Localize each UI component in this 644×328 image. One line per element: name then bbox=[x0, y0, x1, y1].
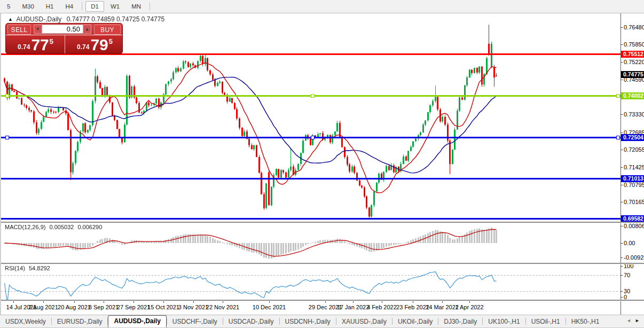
rsi-indicator-canvas[interactable] bbox=[1, 264, 621, 301]
chart-tab-eurusd-daily[interactable]: EURUSD-,Daily bbox=[52, 316, 108, 327]
pane-separator-macd[interactable] bbox=[1, 222, 644, 223]
price-axis-label: 0.75850 bbox=[624, 41, 644, 48]
price-axis-tick bbox=[621, 80, 623, 80]
pane-separator-dates bbox=[1, 300, 644, 301]
tab-scroll-left-icon[interactable]: ◄ bbox=[626, 318, 631, 323]
rsi-axis-tick bbox=[621, 275, 623, 276]
chart-tab-usdx-weekly[interactable]: USDX,Weekly bbox=[0, 316, 51, 327]
line-handle[interactable] bbox=[311, 94, 315, 98]
chart-tab-usdcad-daily[interactable]: USDCAD-,Daily bbox=[223, 316, 279, 327]
date-axis-label: 22 Nov 2021 bbox=[202, 304, 243, 310]
rsi-axis-tick bbox=[621, 297, 623, 298]
price-axis-tick bbox=[621, 185, 623, 185]
macd-name: MACD(12,26,9) bbox=[5, 224, 45, 230]
chart-tab-audusd-daily[interactable]: AUDUSD-,Daily bbox=[108, 315, 166, 327]
line-handle[interactable] bbox=[5, 136, 9, 139]
price-axis-tick bbox=[621, 202, 623, 202]
price-tag-0.72504: 0.72504 bbox=[621, 134, 644, 141]
horizontal-line-0.69582[interactable] bbox=[1, 218, 621, 220]
volume-decrease-button[interactable]: ▼ bbox=[34, 25, 42, 34]
volume-stepper: ▼ ▲ bbox=[34, 25, 91, 34]
price-axis-label: 0.73330 bbox=[624, 111, 644, 118]
price-axis-label: 0.75220 bbox=[624, 59, 644, 66]
one-click-toggle-icon[interactable]: ▲ bbox=[8, 17, 13, 22]
date-axis-label: 10 Dec 2021 bbox=[249, 304, 289, 310]
rsi-value: 54.8292 bbox=[29, 265, 50, 271]
price-axis-tick bbox=[621, 167, 623, 168]
date-axis-label: 1 Apr 2022 bbox=[449, 304, 490, 310]
buy-button[interactable]: BUY bbox=[94, 25, 121, 35]
chart-tab-usdcnh-daily[interactable]: USDCNH-,Daily bbox=[280, 316, 336, 327]
sell-price-sup: 5 bbox=[50, 37, 53, 45]
rsi-axis-label: 70 bbox=[624, 272, 644, 279]
price-axis-tick bbox=[621, 132, 623, 133]
price-axis-label: 0.76480 bbox=[624, 24, 644, 31]
volume-input[interactable] bbox=[42, 25, 83, 34]
price-axis-tick bbox=[621, 62, 623, 63]
one-click-trading-panel: SELL ▼ ▲ BUY 0.74 77 5 0.74 79 5 bbox=[5, 23, 123, 54]
chart-tab-ukoil-daily[interactable]: UKOil-,Daily bbox=[392, 316, 438, 327]
buy-price-panel[interactable]: 0.74 79 5 bbox=[66, 35, 123, 54]
chart-ohlc-values: 0.74777 0.74859 0.74725 0.74775 bbox=[67, 15, 165, 23]
chart-tab-usoil-h1[interactable]: USOil-,H1 bbox=[526, 316, 566, 327]
rsi-axis-tick bbox=[621, 291, 623, 292]
macd-value-main: 0.005032 bbox=[49, 224, 74, 230]
timeframe-button-d1[interactable]: D1 bbox=[85, 1, 104, 12]
macd-value-signal: 0.006290 bbox=[77, 224, 102, 230]
timeframe-button-5[interactable]: 5 bbox=[2, 1, 15, 12]
toolbar-separator bbox=[150, 2, 150, 11]
rsi-name: RSI(14) bbox=[5, 265, 25, 271]
sell-price-main: 0.74 bbox=[18, 43, 30, 51]
price-tag-0.74002: 0.74002 bbox=[621, 92, 644, 99]
macd-axis-label: 0.00 bbox=[624, 240, 644, 247]
rsi-axis-tick bbox=[621, 266, 623, 267]
macd-axis-label: 0.00806 bbox=[624, 223, 644, 230]
price-axis-tick bbox=[621, 114, 623, 115]
chart-window: ▲ AUDUSD-,Daily 0.74777 0.74859 0.74725 … bbox=[0, 13, 644, 316]
price-axis-border bbox=[621, 13, 621, 315]
macd-label: MACD(12,26,9) 0.005032 0.006290 bbox=[5, 224, 102, 230]
chart-tab-usdchf-daily[interactable]: USDCHF-,Daily bbox=[167, 316, 223, 327]
line-handle[interactable] bbox=[5, 94, 9, 98]
timeframe-button-mn[interactable]: MN bbox=[126, 1, 146, 12]
one-click-top-row: SELL ▼ ▲ BUY bbox=[6, 24, 122, 35]
chart-symbol-period: AUDUSD-,Daily bbox=[17, 15, 62, 23]
horizontal-line-0.71013[interactable] bbox=[1, 178, 621, 179]
volume-increase-button[interactable]: ▲ bbox=[83, 25, 91, 34]
chart-tab-uk100-h1[interactable]: UK100-,H1 bbox=[483, 316, 525, 327]
chart-tab-xauusd-daily[interactable]: XAUUSD-,Daily bbox=[336, 316, 392, 327]
macd-axis-label: -0.00928 bbox=[624, 254, 644, 261]
mt4-window: 5M30H1H4D1W1MN ▲ AUDUSD-,Daily 0.74777 0… bbox=[0, 0, 644, 328]
price-tag-0.74775: 0.74775 bbox=[621, 71, 644, 78]
timeframe-button-h1[interactable]: H1 bbox=[41, 1, 59, 12]
line-handle[interactable] bbox=[616, 136, 620, 139]
chart-tab-dj30-daily[interactable]: DJ30-,Daily bbox=[438, 316, 482, 327]
timeframe-button-w1[interactable]: W1 bbox=[105, 1, 125, 12]
macd-axis-tick bbox=[621, 226, 623, 227]
price-axis-label: 0.70795 bbox=[624, 182, 644, 189]
price-axis-tick bbox=[621, 44, 623, 45]
timeframe-button-h4[interactable]: H4 bbox=[60, 1, 78, 12]
timeframe-button-m30[interactable]: M30 bbox=[17, 1, 39, 12]
date-axis: 14 Jul 20212 Aug 202120 Aug 20218 Sep 20… bbox=[1, 301, 644, 315]
buy-price-main: 0.74 bbox=[77, 43, 89, 51]
sell-price-big: 77 bbox=[31, 37, 49, 52]
chart-tab-bar: USDX,WeeklyEURUSD-,DailyAUDUSD-,DailyUSD… bbox=[0, 315, 644, 327]
line-handle[interactable] bbox=[616, 94, 620, 98]
price-axis-label: 0.70165 bbox=[624, 199, 644, 206]
rsi-label: RSI(14) 54.8292 bbox=[5, 265, 50, 271]
chart-title: ▲ AUDUSD-,Daily 0.74777 0.74859 0.74725 … bbox=[8, 15, 164, 23]
price-axis-tick bbox=[621, 150, 623, 150]
macd-axis-tick bbox=[621, 243, 623, 244]
line-handle[interactable] bbox=[311, 136, 315, 139]
chart-tab-hk50-h1[interactable]: HK50-,H1 bbox=[566, 316, 605, 327]
buy-price-sup: 5 bbox=[109, 37, 113, 45]
price-axis-label: 0.71425 bbox=[624, 164, 644, 171]
price-axis-label: 0.72055 bbox=[624, 146, 644, 153]
sell-price-panel[interactable]: 0.74 77 5 bbox=[6, 35, 65, 54]
tab-scroll-right-icon[interactable]: ► bbox=[635, 318, 640, 323]
pane-separator-rsi[interactable] bbox=[1, 263, 644, 264]
macd-axis-tick bbox=[621, 257, 623, 258]
buy-price-big: 79 bbox=[90, 37, 108, 52]
sell-button[interactable]: SELL bbox=[7, 25, 31, 35]
